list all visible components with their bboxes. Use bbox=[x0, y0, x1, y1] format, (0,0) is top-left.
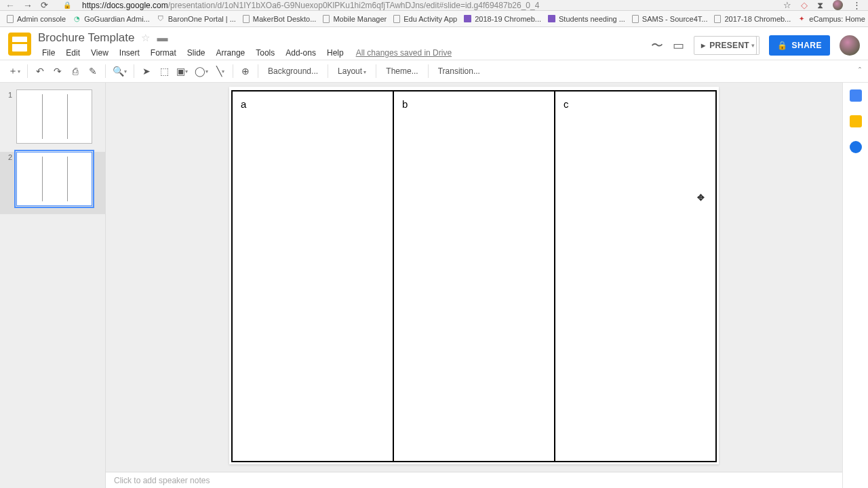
bookmark-sams[interactable]: SAMS - Source4T... bbox=[632, 15, 708, 23]
speaker-notes[interactable]: Click to add speaker notes bbox=[106, 472, 842, 488]
toolbar: ＋ ↶ ↷ ⎙ ✎ 🔍 ➤ ⬚ ▣ ◯ ╲ ⊕ Background... La… bbox=[0, 60, 868, 83]
print-button[interactable]: ⎙ bbox=[67, 62, 83, 80]
slide-thumb-1-row[interactable]: 1 bbox=[5, 89, 100, 144]
move-folder-icon[interactable]: ▬ bbox=[157, 32, 167, 44]
brochure-col-a[interactable]: a bbox=[233, 92, 394, 461]
slides-logo-icon[interactable] bbox=[8, 33, 31, 56]
new-slide-button[interactable]: ＋ bbox=[5, 62, 23, 80]
browser-nav-bar: ← → ⟳ 🔒 https://docs.google.com/presenta… bbox=[0, 0, 868, 11]
extension-icon-1[interactable]: ◇ bbox=[801, 0, 808, 10]
canvas-area[interactable]: a b c ✥ bbox=[106, 83, 842, 488]
calendar-icon[interactable] bbox=[850, 89, 862, 102]
bookmark-students[interactable]: Students needing ... bbox=[548, 15, 625, 23]
transition-button[interactable]: Transition... bbox=[433, 66, 486, 76]
menu-slide[interactable]: Slide bbox=[183, 47, 210, 59]
textbox-tool[interactable]: ⬚ bbox=[156, 62, 172, 80]
bookmark-admin-console[interactable]: Admin console bbox=[7, 15, 66, 23]
menu-bar: File Edit View Insert Format Slide Arran… bbox=[38, 47, 651, 59]
activity-icon[interactable]: 〜 bbox=[651, 37, 663, 54]
comment-tool[interactable]: ⊕ bbox=[237, 62, 254, 80]
thumb-number: 1 bbox=[5, 89, 12, 99]
menu-tools[interactable]: Tools bbox=[252, 47, 279, 59]
slide-thumb-2-row[interactable]: 2 bbox=[0, 152, 105, 214]
forward-icon[interactable]: → bbox=[23, 0, 33, 11]
collapse-toolbar-icon[interactable]: ˆ bbox=[859, 66, 861, 76]
slide-thumb-1[interactable] bbox=[16, 89, 92, 144]
url-bar[interactable]: https://docs.google.com/presentation/d/1… bbox=[82, 1, 539, 10]
share-button[interactable]: 🔒 SHARE bbox=[769, 35, 830, 56]
redo-button[interactable]: ↷ bbox=[50, 62, 66, 80]
menu-arrange[interactable]: Arrange bbox=[212, 47, 250, 59]
shape-tool[interactable]: ◯ bbox=[192, 62, 211, 80]
slide-thumb-2[interactable] bbox=[16, 152, 92, 206]
slide-canvas[interactable]: a b c ✥ bbox=[230, 87, 718, 464]
menu-format[interactable]: Format bbox=[146, 47, 180, 59]
profile-avatar-icon[interactable] bbox=[833, 0, 843, 10]
bookmark-edu-activity[interactable]: Edu Activity App bbox=[393, 15, 457, 23]
menu-help[interactable]: Help bbox=[323, 47, 348, 59]
theme-button[interactable]: Theme... bbox=[380, 66, 423, 76]
account-avatar[interactable] bbox=[840, 35, 860, 56]
brochure-col-b[interactable]: b bbox=[394, 92, 555, 461]
bookmark-2018-19[interactable]: 2018-19 Chromeb... bbox=[464, 15, 541, 23]
filmstrip: 1 2 bbox=[0, 83, 106, 488]
extension-icon-2[interactable]: ⧗ bbox=[817, 0, 823, 11]
bookmark-ecampus[interactable]: ✦eCampus: Home bbox=[797, 15, 865, 23]
layout-button[interactable]: Layout bbox=[332, 66, 372, 76]
lock-icon: 🔒 bbox=[777, 41, 788, 50]
play-icon: ▸ bbox=[701, 41, 705, 50]
reload-icon[interactable]: ⟳ bbox=[41, 0, 48, 10]
menu-insert[interactable]: Insert bbox=[115, 47, 144, 59]
back-icon[interactable]: ← bbox=[5, 0, 15, 11]
app-header: Brochure Template ☆ ▬ File Edit View Ins… bbox=[0, 27, 868, 60]
menu-edit[interactable]: Edit bbox=[62, 47, 84, 59]
line-tool[interactable]: ╲ bbox=[212, 62, 229, 80]
menu-addons[interactable]: Add-ons bbox=[281, 47, 320, 59]
background-button[interactable]: Background... bbox=[262, 66, 323, 76]
bookmark-mobile-manager[interactable]: Mobile Manager bbox=[323, 15, 387, 23]
star-icon[interactable]: ☆ bbox=[783, 0, 791, 10]
paint-format-button[interactable]: ✎ bbox=[85, 62, 101, 80]
select-tool[interactable]: ➤ bbox=[138, 62, 155, 80]
lock-icon: 🔒 bbox=[63, 1, 71, 9]
menu-icon[interactable]: ⋮ bbox=[852, 0, 861, 10]
image-tool[interactable]: ▣ bbox=[174, 62, 191, 80]
bookmark-2017-18[interactable]: 2017-18 Chromeb... bbox=[714, 15, 791, 23]
workspace: 1 2 a b c ✥ Click to add speaker not bbox=[0, 83, 868, 488]
present-dropdown[interactable]: ▾ bbox=[747, 36, 760, 55]
thumb-number: 2 bbox=[5, 152, 12, 161]
notes-placeholder: Click to add speaker notes bbox=[114, 476, 210, 485]
save-status[interactable]: All changes saved in Drive bbox=[356, 48, 452, 58]
document-title[interactable]: Brochure Template bbox=[38, 31, 134, 45]
bookmarks-bar: Admin console ◔GoGuardian Admi... ⛉Baron… bbox=[0, 11, 868, 27]
tasks-icon[interactable] bbox=[850, 141, 862, 153]
star-icon[interactable]: ☆ bbox=[141, 32, 150, 44]
side-panel bbox=[842, 83, 868, 488]
bookmark-baronone[interactable]: ⛉BaronOne Portal | ... bbox=[157, 15, 236, 23]
comments-icon[interactable]: ▭ bbox=[673, 38, 684, 53]
menu-file[interactable]: File bbox=[38, 47, 59, 59]
move-cursor-icon: ✥ bbox=[697, 192, 705, 203]
brochure-col-c[interactable]: c bbox=[555, 92, 715, 461]
menu-view[interactable]: View bbox=[87, 47, 113, 59]
bookmark-makerbot[interactable]: MakerBot Deskto... bbox=[243, 15, 317, 23]
undo-button[interactable]: ↶ bbox=[32, 62, 48, 80]
zoom-button[interactable]: 🔍 bbox=[110, 62, 130, 80]
keep-icon[interactable] bbox=[850, 115, 862, 127]
bookmark-goguardian[interactable]: ◔GoGuardian Admi... bbox=[73, 15, 150, 23]
brochure-table[interactable]: a b c bbox=[231, 90, 717, 462]
